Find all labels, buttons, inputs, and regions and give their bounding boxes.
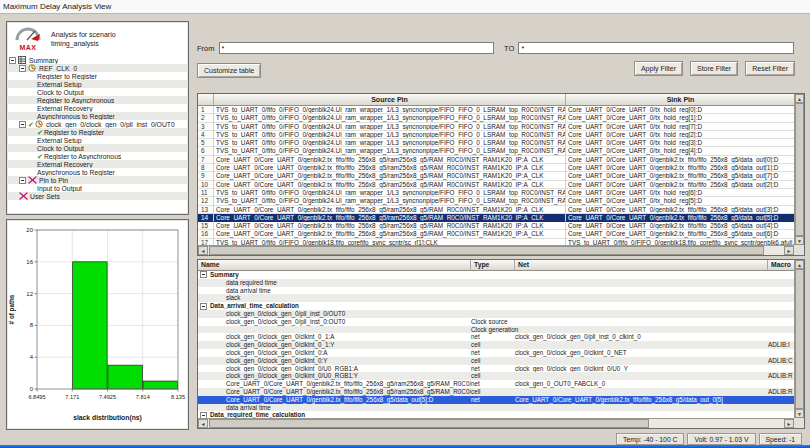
detail-row[interactable]: clock_gen_0/clock_gen_0/clkint_0_1:Ycell… [198,341,804,349]
tree-item[interactable]: Summary [7,56,188,64]
tree-item[interactable]: Pin to Pin [7,176,188,184]
tree-item[interactable]: User Sets [7,192,188,200]
path-row[interactable]: 8Core_UART_0/Core_UART_0/genblk2.tx_fifo… [198,164,804,172]
main-area: MAX Analysis for scenario timing_analysi… [0,13,810,448]
name-cell: data required time [198,279,471,287]
path-row[interactable]: 6TVS_to_UART_0/fifo_0/FIFO_0/genblk24.Ul… [198,147,804,155]
scroll-right-icon[interactable]: ► [784,246,794,255]
detail-horizontal-scrollbar[interactable]: ◄ ► [198,418,794,428]
from-input[interactable] [219,42,495,54]
tree-item-label: External Recovery [37,161,93,168]
detail-row[interactable]: Clock generation [198,326,804,334]
tree-expander-icon[interactable] [19,121,26,128]
path-row[interactable]: 7Core_UART_0/Core_UART_0/genblk2.tx_fifo… [198,156,804,164]
row-number: 11 [198,189,214,197]
macro-cell [768,404,796,412]
path-row[interactable]: 11TVS_to_UART_0/fifo_0/FIFO_0/genblk24.U… [198,189,804,197]
detail-row[interactable]: clock_gen_0/clock_gen_0/pll_inst_0:OUT0C… [198,318,804,326]
reset-filter-button[interactable]: Reset Filter [745,61,795,76]
detail-row[interactable]: clock_gen_0/clock_gen_0/clkint_0_1:Anetc… [198,333,804,341]
scroll-down-icon[interactable]: ▼ [795,236,804,245]
detail-row[interactable]: clock_gen_0/clock_gen_0/clkint_0/U0_RGB1… [198,365,804,373]
path-row[interactable]: 5TVS_to_UART_0/fifo_0/FIFO_0/genblk24.Ul… [198,139,804,147]
path-row[interactable]: 4TVS_to_UART_0/fifo_0/FIFO_0/genblk24.Ul… [198,131,804,139]
path-row[interactable]: 9Core_UART_0/Core_UART_0/genblk2.tx_fifo… [198,172,804,180]
path-row[interactable]: 2TVS_to_UART_0/fifo_0/FIFO_0/genblk24.Ul… [198,114,804,122]
tree-expander-icon[interactable] [200,303,207,310]
tree-item[interactable]: REF_CLK_0 [7,64,188,72]
path-row[interactable]: 13Core_UART_0/Core_UART_0/genblk2.tx_fif… [198,206,804,214]
detail-row[interactable]: Core_UART_0/Core_UART_0/genblk2.tx_fifo/… [198,396,804,404]
detail-row[interactable]: Summary [198,271,804,279]
store-filter-button[interactable]: Store Filter [690,61,738,76]
path-row[interactable]: 16Core_UART_0/Core_UART_0/genblk2.tx_fif… [198,230,804,238]
detail-row[interactable]: clock_gen_0/clock_gen_0/clkint_0:Anetclo… [198,349,804,357]
tree-item[interactable]: Clock to Output [7,144,188,152]
tree-item[interactable]: ✔Register to Asynchronous [7,152,188,160]
detail-row[interactable]: Data_arrival_time_calculation [198,302,804,310]
path-row[interactable]: 12TVS_to_UART_0/fifo_0/FIFO_0/genblk24.U… [198,197,804,205]
name-text: clock_gen_0/clock_gen_0/clkint_0/U0_RGB1… [226,372,358,380]
svg-text:slack distribution(ns): slack distribution(ns) [73,414,142,422]
tree-item[interactable]: Input to Output [7,184,188,192]
scrollbar-thumb[interactable] [795,103,804,236]
tree-expander-icon[interactable] [19,65,26,72]
row-number: 3 [198,123,214,131]
path-row[interactable]: 1TVS_to_UART_0/fifo_0/FIFO_0/genblk24.Ul… [198,106,804,114]
status-bar: Temp: -40 - 100 C Volt: 0.97 - 1.03 V Sp… [0,431,810,446]
tree-expander-icon[interactable] [19,177,26,184]
tree-item-label: Clock to Output [37,145,84,152]
path-row[interactable]: 10Core_UART_0/Core_UART_0/genblk2.tx_fif… [198,181,804,189]
to-input[interactable] [518,42,794,54]
detail-row[interactable]: Core_UART_0/Core_UART_0/genblk2.tx_fifo/… [198,380,804,388]
tree-item[interactable]: Asynchronous to Register [7,112,188,120]
detail-vertical-scrollbar[interactable]: ▲ ▼ [794,260,804,418]
from-label: From [197,44,215,53]
paths-table-header: Source Pin Sink Pin [198,94,804,106]
scroll-down-icon[interactable]: ▼ [795,409,804,418]
detail-row[interactable]: data required time [198,279,804,287]
scroll-left-icon[interactable]: ◄ [198,419,208,428]
path-row[interactable]: 3TVS_to_UART_0/fifo_0/FIFO_0/genblk24.Ul… [198,123,804,131]
tree-item[interactable]: Clock to Output [7,88,188,96]
scroll-left-icon[interactable]: ◄ [198,246,208,255]
tree-item[interactable]: External Recovery [7,160,188,168]
scrollbar-thumb[interactable] [795,269,804,409]
tree-item[interactable]: Asynchronous to Register [7,168,188,176]
slack-histogram: 0481216206.84957.1717.49257.8148.135# of… [7,220,188,431]
tree-item[interactable]: ✔clock_gen_0/clock_gen_0/pll_inst_0/OUT0 [7,120,188,128]
tree-item[interactable]: Register to Asynchronous [7,96,188,104]
type-cell [471,404,515,412]
tree-item[interactable]: External Setup [7,80,188,88]
tree-item[interactable]: External Setup [7,136,188,144]
paths-horizontal-scrollbar[interactable]: ◄ ► [198,245,794,255]
scroll-right-icon[interactable]: ► [784,419,794,428]
macro-cell: ADLIB:C [768,357,796,365]
macro-cell [768,310,796,318]
tree-item-label: Clock to Output [37,89,84,96]
detail-row[interactable]: clock_gen_0/clock_gen_0/clkint_0/U0_RGB1… [198,372,804,380]
tree-item[interactable]: External Recovery [7,104,188,112]
detail-row[interactable]: slack [198,294,804,302]
paths-vertical-scrollbar[interactable]: ▲ ▼ [794,94,804,245]
detail-row[interactable]: Core_UART_0/Core_UART_0/genblk2.tx_fifo/… [198,388,804,396]
source-pin-cell: TVS_to_UART_0/fifo_0/FIFO_0/genblk24.Ul_… [214,131,566,139]
tree-expander-icon[interactable] [9,57,16,64]
tree-item[interactable]: Register to Register [7,72,188,80]
apply-filter-button[interactable]: Apply Filter [634,61,683,76]
tree-expander-icon[interactable] [200,271,207,278]
scrollbar-thumb[interactable] [209,246,764,255]
path-row[interactable]: 14Core_UART_0/Core_UART_0/genblk2.tx_fif… [198,214,804,222]
tree-item[interactable]: ✔Register to Register [7,128,188,136]
scroll-up-icon[interactable]: ▲ [795,260,804,269]
path-row[interactable]: 15Core_UART_0/Core_UART_0/genblk2.tx_fif… [198,222,804,230]
source-pin-cell: TVS_to_UART_0/fifo_0/FIFO_0/genblk24.Ul_… [214,197,566,205]
detail-row[interactable]: clock_gen_0/clock_gen_0/clkint_0:YcellAD… [198,357,804,365]
scrollbar-thumb[interactable] [209,419,649,428]
detail-row[interactable]: data arrival time [198,404,804,412]
customize-table-button[interactable]: Customize table [197,63,261,78]
detail-row[interactable]: clock_gen_0/clock_gen_0/pll_inst_0/OUT0 [198,310,804,318]
detail-row[interactable]: data arrival time [198,287,804,295]
macro-cell [768,326,796,334]
scroll-up-icon[interactable]: ▲ [795,94,804,103]
